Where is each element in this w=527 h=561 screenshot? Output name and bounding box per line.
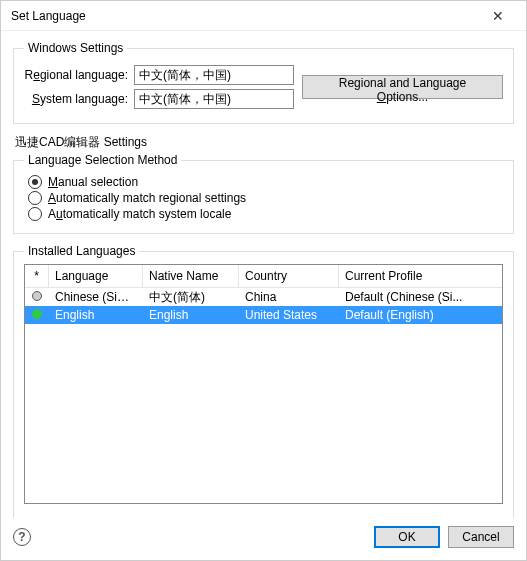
table-header: * Language Native Name Country Current P…	[25, 265, 502, 288]
col-header-profile[interactable]: Current Profile	[339, 265, 502, 287]
status-dot-icon	[32, 291, 42, 301]
col-header-native[interactable]: Native Name	[143, 265, 239, 287]
group-windows-settings: Windows Settings Regional language: 中文(简…	[13, 41, 514, 124]
regional-options-button[interactable]: Regional and Language Options...	[302, 75, 503, 99]
table-row[interactable]: EnglishEnglishUnited StatesDefault (Engl…	[25, 306, 502, 324]
dialog-set-language: Set Language ✕ Windows Settings Regional…	[0, 0, 527, 561]
group-installed-languages: Installed Languages * Language Native Na…	[13, 244, 514, 518]
titlebar: Set Language ✕	[1, 1, 526, 31]
windows-settings-legend: Windows Settings	[24, 41, 127, 55]
dialog-footer: ? OK Cancel	[1, 518, 526, 560]
cell-native: 中文(简体)	[143, 288, 239, 307]
col-header-status[interactable]: *	[25, 265, 49, 287]
languages-table: * Language Native Name Country Current P…	[24, 264, 503, 504]
cell-language: English	[49, 307, 143, 323]
language-method-legend: Language Selection Method	[24, 153, 181, 167]
status-dot-icon	[32, 309, 42, 319]
system-language-label: System language:	[24, 92, 134, 106]
col-header-language[interactable]: Language	[49, 265, 143, 287]
window-title: Set Language	[11, 9, 478, 23]
help-icon[interactable]: ?	[13, 528, 31, 546]
installed-languages-legend: Installed Languages	[24, 244, 139, 258]
cell-profile: Default (English)	[339, 307, 502, 323]
app-settings-label: 迅捷CAD编辑器 Settings	[15, 134, 514, 151]
table-row[interactable]: Chinese (Simplif...中文(简体)ChinaDefault (C…	[25, 288, 502, 306]
cell-native: English	[143, 307, 239, 323]
cell-country: United States	[239, 307, 339, 323]
cell-profile: Default (Chinese (Si...	[339, 289, 502, 305]
dialog-content: Windows Settings Regional language: 中文(简…	[1, 31, 526, 518]
radio-icon	[28, 175, 42, 189]
regional-language-field: 中文(简体，中国)	[134, 65, 294, 85]
regional-language-label: Regional language:	[24, 68, 134, 82]
radio-auto-system[interactable]: Automatically match system locale	[28, 207, 503, 221]
radio-icon	[28, 191, 42, 205]
close-icon[interactable]: ✕	[478, 8, 518, 24]
radio-manual-selection[interactable]: Manual selection	[28, 175, 503, 189]
table-body: Chinese (Simplif...中文(简体)ChinaDefault (C…	[25, 288, 502, 503]
cancel-button[interactable]: Cancel	[448, 526, 514, 548]
system-language-field: 中文(简体，中国)	[134, 89, 294, 109]
cell-language: Chinese (Simplif...	[49, 289, 143, 305]
group-language-selection-method: Language Selection Method Manual selecti…	[13, 153, 514, 234]
radio-icon	[28, 207, 42, 221]
cell-country: China	[239, 289, 339, 305]
col-header-country[interactable]: Country	[239, 265, 339, 287]
radio-auto-regional[interactable]: Automatically match regional settings	[28, 191, 503, 205]
ok-button[interactable]: OK	[374, 526, 440, 548]
